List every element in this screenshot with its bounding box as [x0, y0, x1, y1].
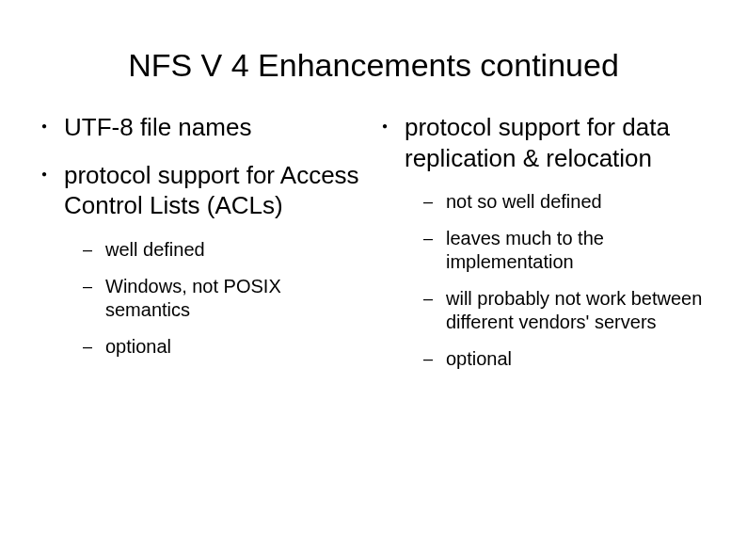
dash-icon — [423, 190, 446, 213]
sublist-item: will probably not work between different… — [423, 287, 709, 334]
dash-icon — [423, 227, 446, 249]
sublist-item-text: optional — [446, 347, 512, 371]
sublist: not so well defined leaves much to the i… — [423, 190, 709, 371]
sublist-item-text: will probably not work between different… — [446, 287, 709, 334]
sublist-item-text: well defined — [105, 238, 205, 262]
slide: NFS V 4 Enhancements continued UTF-8 fil… — [0, 0, 747, 560]
bullet-icon — [378, 112, 405, 142]
dash-icon — [83, 238, 105, 261]
sublist-item-text: Windows, not POSIX semantics — [105, 275, 369, 322]
list-item: protocol support for data replication & … — [378, 112, 709, 173]
sublist-item-text: not so well defined — [446, 190, 602, 214]
slide-title: NFS V 4 Enhancements continued — [38, 47, 709, 84]
list-item-text: protocol support for data replication & … — [405, 112, 709, 173]
sublist-item: leaves much to the implementation — [423, 227, 709, 274]
sublist-item-text: leaves much to the implementation — [446, 227, 709, 274]
list-item: protocol support for Access Control List… — [38, 160, 369, 221]
right-column: protocol support for data replication & … — [378, 112, 709, 384]
sublist-item: optional — [423, 347, 709, 371]
dash-icon — [423, 287, 446, 310]
bullet-icon — [38, 112, 64, 142]
sublist-item: well defined — [83, 238, 369, 262]
dash-icon — [423, 347, 446, 370]
sublist-item-text: optional — [105, 335, 171, 359]
sublist-item: optional — [83, 335, 369, 359]
left-column: UTF-8 file names protocol support for Ac… — [38, 112, 369, 384]
sublist-item: not so well defined — [423, 190, 709, 214]
dash-icon — [83, 335, 105, 358]
columns-container: UTF-8 file names protocol support for Ac… — [38, 112, 709, 384]
list-item-text: UTF-8 file names — [64, 112, 251, 143]
sublist: well defined Windows, not POSIX semantic… — [83, 238, 369, 359]
sublist-item: Windows, not POSIX semantics — [83, 275, 369, 322]
dash-icon — [83, 275, 105, 297]
bullet-icon — [38, 160, 64, 190]
list-item-text: protocol support for Access Control List… — [64, 160, 369, 221]
list-item: UTF-8 file names — [38, 112, 369, 143]
